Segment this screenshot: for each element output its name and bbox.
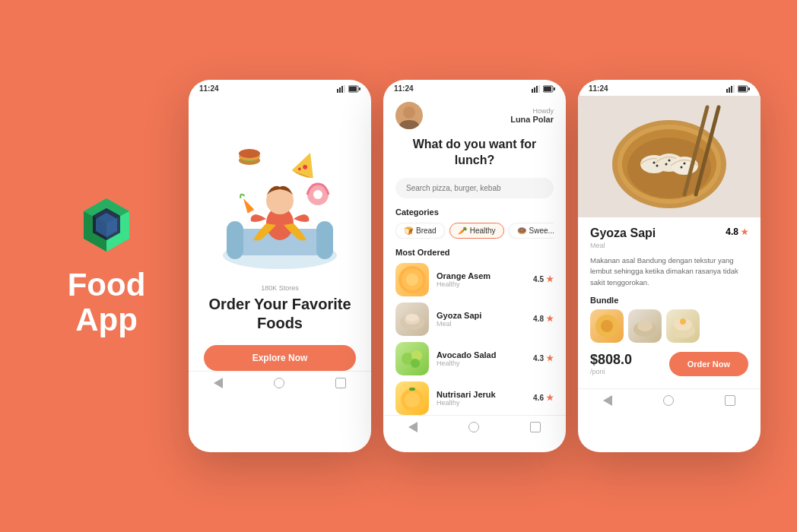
svg-rect-30	[532, 89, 533, 93]
food-item-3[interactable]: Avocado Salad Healthy 4.3 ★	[395, 342, 554, 375]
svg-rect-35	[544, 87, 551, 91]
home-content: Howdy Luna Polar What do you want for lu…	[383, 96, 566, 415]
home-btn-1[interactable]	[274, 378, 284, 388]
status-bar-1: 11:24	[189, 80, 371, 96]
svg-rect-15	[359, 87, 360, 90]
food-item-2[interactable]: Gyoza Sapi Meal 4.8 ★	[395, 302, 554, 336]
svg-rect-50	[409, 388, 415, 391]
home-btn-2[interactable]	[468, 422, 479, 432]
svg-rect-11	[341, 86, 343, 93]
svg-point-81	[680, 318, 686, 325]
svg-rect-54	[733, 85, 735, 93]
svg-point-38	[403, 106, 415, 119]
svg-rect-18	[227, 221, 243, 259]
category-sweet[interactable]: 🍩 Swee...	[509, 223, 554, 239]
svg-point-76	[601, 320, 613, 332]
food-thumb-2	[395, 302, 429, 336]
svg-point-68	[668, 160, 671, 162]
svg-rect-9	[337, 89, 338, 93]
svg-point-47	[411, 359, 420, 368]
splash-content: 180K Stores Order Your Favorite Foods Ex…	[189, 96, 371, 371]
user-header: Howdy Luna Polar	[395, 102, 554, 129]
svg-rect-33	[538, 85, 540, 93]
bundle-item-1	[590, 309, 624, 343]
user-greeting: Howdy Luna Polar	[510, 107, 554, 124]
svg-rect-56	[738, 87, 746, 91]
svg-point-29	[313, 190, 322, 199]
svg-point-49	[405, 392, 420, 407]
categories-list: 🍞 Bread 🥕 Healthy 🍩 Swee...	[395, 223, 554, 239]
detail-meal-type: Meal	[590, 242, 748, 249]
svg-rect-53	[731, 86, 732, 93]
detail-food-image	[578, 96, 760, 217]
splash-illustration	[211, 111, 348, 278]
bundle-items	[590, 309, 748, 343]
splash-text: 180K Stores Order Your Favorite Foods Ex…	[204, 284, 356, 371]
svg-rect-10	[339, 87, 341, 93]
svg-rect-36	[554, 87, 555, 90]
food-item-4[interactable]: Nutrisari Jeruk Healthy 4.6 ★	[395, 382, 554, 415]
svg-point-78	[637, 321, 653, 331]
main-container: FoodApp 11:24	[0, 0, 797, 532]
svg-rect-52	[729, 87, 730, 93]
phone-home: 11:24 Howdy Luna Polar	[383, 80, 566, 452]
home-btn-3[interactable]	[663, 395, 674, 406]
detail-footer: $808.0 /poni Order Now	[590, 352, 748, 379]
svg-point-67	[656, 165, 659, 167]
recent-btn-2[interactable]	[530, 422, 541, 432]
detail-rating: 4.8 ★	[726, 226, 748, 237]
recent-btn-1[interactable]	[335, 378, 346, 388]
user-avatar	[395, 102, 423, 129]
category-bread[interactable]: 🍞 Bread	[395, 223, 445, 239]
splash-title: Order Your Favorite Foods	[204, 295, 356, 333]
svg-point-70	[684, 163, 686, 165]
svg-point-27	[239, 149, 260, 158]
search-input[interactable]	[395, 178, 554, 198]
detail-price-area: $808.0 /poni	[590, 352, 632, 375]
food-thumb-1	[395, 263, 429, 296]
nav-bar-2	[383, 415, 566, 440]
explore-button[interactable]: Explore Now	[204, 345, 356, 371]
svg-point-44	[406, 314, 418, 321]
phone-detail: 11:24	[578, 80, 760, 452]
home-question: What do you want for lunch?	[395, 137, 554, 169]
order-now-button[interactable]: Order Now	[669, 352, 748, 376]
most-ordered-title: Most Ordered	[395, 248, 554, 257]
store-count: 180K Stores	[204, 284, 356, 292]
food-item-1[interactable]: Orange Asem Healthy 4.5 ★	[395, 263, 554, 296]
back-btn-3[interactable]	[603, 395, 612, 406]
categories-title: Categories	[395, 207, 554, 217]
brand-title: FoodApp	[68, 268, 146, 337]
detail-food-name: Gyoza Sapi	[590, 226, 656, 240]
signal-icon-3	[726, 85, 735, 93]
battery-icon-2	[543, 85, 555, 93]
detail-price-unit: /poni	[590, 368, 632, 375]
signal-icon-2	[532, 85, 541, 93]
svg-point-41	[406, 274, 418, 286]
phone-splash: 11:24	[189, 80, 371, 452]
back-btn-2[interactable]	[408, 422, 418, 432]
food-list: Orange Asem Healthy 4.5 ★	[395, 263, 554, 415]
nav-bar-1	[189, 371, 371, 396]
signal-icon	[337, 85, 346, 93]
recent-btn-3[interactable]	[725, 395, 735, 406]
food-thumb-3	[395, 342, 429, 375]
detail-body: Gyoza Sapi 4.8 ★ Meal Makanan asal Bandu…	[578, 217, 760, 388]
svg-rect-19	[316, 221, 333, 259]
battery-icon	[348, 85, 360, 93]
detail-price: $808.0	[590, 352, 632, 368]
svg-rect-32	[536, 86, 538, 93]
nav-bar-3	[578, 388, 760, 413]
detail-header: Gyoza Sapi 4.8 ★	[590, 226, 748, 240]
bundle-item-3	[666, 309, 700, 343]
food-thumb-4	[395, 382, 429, 415]
svg-point-71	[681, 166, 683, 169]
bundle-title: Bundle	[590, 296, 748, 305]
svg-rect-57	[748, 87, 750, 90]
category-healthy[interactable]: 🥕 Healthy	[449, 223, 504, 239]
logo-icon	[76, 195, 137, 255]
back-btn-1[interactable]	[214, 378, 223, 388]
bundle-item-2	[628, 309, 662, 343]
svg-point-69	[665, 163, 668, 166]
svg-rect-31	[534, 87, 535, 93]
